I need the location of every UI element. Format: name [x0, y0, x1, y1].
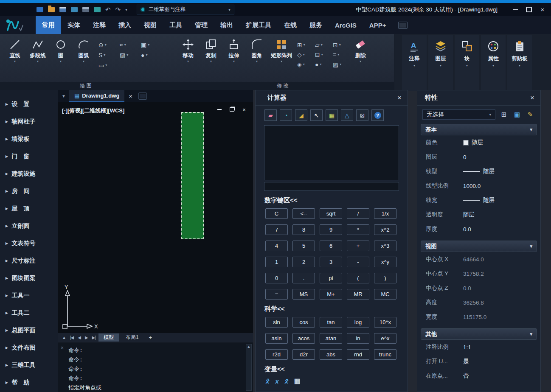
- property-row[interactable]: 在原点... 否: [417, 369, 540, 383]
- calc-button[interactable]: tan: [320, 317, 342, 328]
- calc-button[interactable]: trunc: [374, 349, 396, 360]
- calc-button[interactable]: 1: [265, 257, 288, 267]
- calc-button[interactable]: pi: [320, 273, 342, 283]
- chevron-down-icon[interactable]: ▾: [256, 60, 258, 63]
- property-row[interactable]: 高度 36256.8: [417, 295, 540, 310]
- block-panel-button[interactable]: 块 ▾: [455, 35, 479, 91]
- rect-array-tool[interactable]: 矩形阵列 ▾: [268, 36, 295, 63]
- last-tab-icon[interactable]: ▶|: [91, 335, 97, 340]
- calc-button[interactable]: r2d: [265, 349, 288, 360]
- copy-tool[interactable]: 复制 ▾: [200, 36, 222, 63]
- property-value[interactable]: 随层: [472, 139, 483, 146]
- chevron-down-icon[interactable]: ▾: [413, 64, 415, 67]
- calc-button[interactable]: 8: [292, 224, 315, 235]
- chevron-down-icon[interactable]: ▾: [466, 64, 468, 67]
- properties-titlebar[interactable]: 特性 ×: [417, 90, 540, 106]
- variable-icon[interactable]: x̄: [285, 378, 288, 385]
- calculator-titlebar[interactable]: 计算器 ×: [256, 90, 408, 106]
- sidebar-item-help[interactable]: ▸帮 助: [0, 374, 58, 391]
- minimize-button[interactable]: [509, 3, 522, 16]
- move-tool[interactable]: 移动 ▾: [177, 36, 200, 63]
- chevron-down-icon[interactable]: ▾: [530, 331, 532, 337]
- calc-button[interactable]: C: [265, 208, 288, 219]
- draw-small-tool[interactable]: ▣▾: [141, 42, 160, 48]
- annotation-panel-button[interactable]: A 注释 ▾: [402, 35, 427, 91]
- calc-button[interactable]: 6: [320, 241, 342, 251]
- calc-button[interactable]: *: [347, 224, 369, 235]
- sidebar-item-tools-1[interactable]: ▸工具一: [0, 287, 58, 304]
- tab-online[interactable]: 在线: [278, 16, 303, 34]
- calc-button[interactable]: M+: [320, 289, 342, 300]
- property-row[interactable]: 中心点 Y 31758.2: [417, 266, 540, 281]
- calc-button[interactable]: x^2: [374, 224, 396, 235]
- viewport-controls-label[interactable]: [-][俯视][二维线框][WCS]: [62, 107, 124, 115]
- calc-button[interactable]: ln: [347, 333, 369, 344]
- property-value[interactable]: 0: [463, 154, 467, 160]
- calc-button[interactable]: asin: [265, 333, 288, 344]
- chevron-down-icon[interactable]: ▾: [187, 60, 189, 63]
- sidebar-item-door-window[interactable]: ▸门 窗: [0, 148, 58, 165]
- doc-minimize-button[interactable]: [216, 106, 222, 112]
- measure-distance-icon[interactable]: ▦: [326, 109, 338, 121]
- property-row[interactable]: 中心点 Z 0.0: [417, 281, 540, 295]
- maximize-button[interactable]: [522, 3, 536, 16]
- draw-small-tool[interactable]: ≈▾: [120, 42, 138, 48]
- sidebar-item-site-plan[interactable]: ▸总图平面: [0, 322, 58, 339]
- save-icon[interactable]: [59, 7, 66, 12]
- calc-button[interactable]: .: [292, 273, 315, 283]
- sidebar-item-grid-column[interactable]: ▸轴网柱子: [0, 113, 58, 130]
- polyline-tool[interactable]: 多段线 ▾: [26, 36, 49, 63]
- calc-button[interactable]: log: [347, 317, 369, 328]
- close-button[interactable]: ×: [536, 3, 549, 16]
- property-value[interactable]: 随层: [483, 168, 495, 175]
- calc-button[interactable]: MS: [292, 289, 315, 300]
- calc-button[interactable]: sin: [265, 317, 288, 328]
- screen-icon[interactable]: [398, 22, 408, 29]
- select-objects-icon[interactable]: ▣: [512, 110, 522, 119]
- clipboard-panel-button[interactable]: 剪贴板 ▾: [507, 35, 532, 91]
- modify-small-tool[interactable]: ▱▾: [315, 42, 331, 48]
- sidebar-item-dimension[interactable]: ▸尺寸标注: [0, 252, 58, 269]
- property-value[interactable]: 否: [463, 372, 469, 380]
- qat-more-icon[interactable]: ▾: [125, 8, 127, 12]
- draw-small-tool[interactable]: ●▾: [141, 52, 160, 58]
- property-row[interactable]: 线宽 随层: [417, 193, 540, 207]
- chevron-down-icon[interactable]: ▾: [14, 60, 16, 63]
- calc-button[interactable]: /: [347, 208, 369, 219]
- sidebar-item-3d-tools[interactable]: ▸三维工具: [0, 356, 58, 374]
- chevron-down-icon[interactable]: ▾: [37, 60, 39, 63]
- property-value[interactable]: 1000.0: [463, 183, 481, 189]
- calc-button[interactable]: 0: [265, 273, 288, 283]
- calculator-input[interactable]: [264, 182, 399, 191]
- sidebar-item-settings[interactable]: ▸设 置: [0, 95, 58, 113]
- calc-button[interactable]: x^3: [374, 241, 396, 251]
- numpad-section-label[interactable]: 数字键区<<: [264, 196, 408, 204]
- modify-small-tool[interactable]: ⊡▾: [333, 42, 349, 48]
- next-tab-icon[interactable]: ▶: [84, 335, 89, 340]
- chevron-down-icon[interactable]: ▾: [519, 64, 520, 67]
- property-value[interactable]: 随层: [463, 211, 475, 218]
- tab-manage[interactable]: 管理: [188, 16, 214, 34]
- sidebar-item-facilities[interactable]: ▸建筑设施: [0, 165, 58, 182]
- chevron-down-icon[interactable]: ▾: [492, 64, 494, 67]
- property-value[interactable]: 0.0: [463, 226, 471, 232]
- calc-button[interactable]: 10^x: [374, 317, 396, 328]
- tab-home[interactable]: 常用: [36, 16, 61, 34]
- circle-tool[interactable]: 圆 ▾: [49, 36, 72, 63]
- properties-panel-button[interactable]: 属性 ▾: [481, 35, 506, 91]
- chevron-down-icon[interactable]: ▾: [530, 127, 532, 132]
- app-menu-icon[interactable]: [37, 7, 43, 12]
- calc-button[interactable]: d2r: [292, 349, 315, 360]
- calc-button[interactable]: <--: [292, 208, 315, 219]
- calc-button[interactable]: -: [347, 257, 369, 267]
- tab-service[interactable]: 服务: [303, 16, 329, 34]
- document-list-caret-icon[interactable]: ▼: [62, 94, 66, 98]
- calc-button[interactable]: acos: [292, 333, 315, 344]
- tab-arcgis[interactable]: ArcGIS: [329, 16, 363, 34]
- calc-button[interactable]: e^x: [374, 333, 396, 344]
- modify-small-tool[interactable]: ●▾: [315, 62, 331, 67]
- tab-annotate[interactable]: 注释: [87, 16, 112, 34]
- tab-express[interactable]: 扩展工具: [239, 16, 278, 34]
- calculator-history-display[interactable]: [264, 125, 399, 180]
- calc-button[interactable]: cos: [292, 317, 315, 328]
